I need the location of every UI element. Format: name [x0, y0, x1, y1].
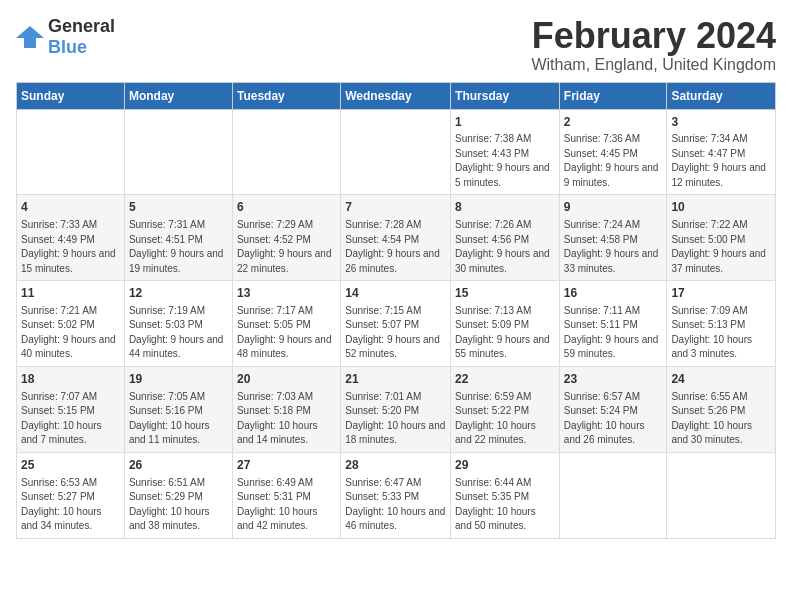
day-info: Sunrise: 6:55 AM Sunset: 5:26 PM Dayligh…: [671, 390, 771, 448]
day-number: 3: [671, 114, 771, 131]
calendar-cell: 19Sunrise: 7:05 AM Sunset: 5:16 PM Dayli…: [124, 366, 232, 452]
day-number: 14: [345, 285, 446, 302]
week-row-3: 11Sunrise: 7:21 AM Sunset: 5:02 PM Dayli…: [17, 281, 776, 367]
header-day-tuesday: Tuesday: [232, 82, 340, 109]
calendar-cell: 11Sunrise: 7:21 AM Sunset: 5:02 PM Dayli…: [17, 281, 125, 367]
day-info: Sunrise: 6:44 AM Sunset: 5:35 PM Dayligh…: [455, 476, 555, 534]
day-number: 8: [455, 199, 555, 216]
day-number: 28: [345, 457, 446, 474]
day-info: Sunrise: 7:22 AM Sunset: 5:00 PM Dayligh…: [671, 218, 771, 276]
day-number: 18: [21, 371, 120, 388]
calendar-cell: 20Sunrise: 7:03 AM Sunset: 5:18 PM Dayli…: [232, 366, 340, 452]
day-number: 13: [237, 285, 336, 302]
calendar-cell: 21Sunrise: 7:01 AM Sunset: 5:20 PM Dayli…: [341, 366, 451, 452]
header-day-sunday: Sunday: [17, 82, 125, 109]
day-number: 19: [129, 371, 228, 388]
day-info: Sunrise: 7:36 AM Sunset: 4:45 PM Dayligh…: [564, 132, 663, 190]
calendar-table: SundayMondayTuesdayWednesdayThursdayFrid…: [16, 82, 776, 539]
day-number: 27: [237, 457, 336, 474]
calendar-cell: 4Sunrise: 7:33 AM Sunset: 4:49 PM Daylig…: [17, 195, 125, 281]
calendar-body: 1Sunrise: 7:38 AM Sunset: 4:43 PM Daylig…: [17, 109, 776, 538]
calendar-cell: [667, 452, 776, 538]
header-day-wednesday: Wednesday: [341, 82, 451, 109]
calendar-cell: 5Sunrise: 7:31 AM Sunset: 4:51 PM Daylig…: [124, 195, 232, 281]
day-info: Sunrise: 7:24 AM Sunset: 4:58 PM Dayligh…: [564, 218, 663, 276]
day-number: 17: [671, 285, 771, 302]
calendar-cell: 12Sunrise: 7:19 AM Sunset: 5:03 PM Dayli…: [124, 281, 232, 367]
logo-general: General: [48, 16, 115, 36]
day-number: 23: [564, 371, 663, 388]
day-info: Sunrise: 7:33 AM Sunset: 4:49 PM Dayligh…: [21, 218, 120, 276]
day-number: 12: [129, 285, 228, 302]
day-info: Sunrise: 7:34 AM Sunset: 4:47 PM Dayligh…: [671, 132, 771, 190]
calendar-cell: 17Sunrise: 7:09 AM Sunset: 5:13 PM Dayli…: [667, 281, 776, 367]
calendar-cell: 18Sunrise: 7:07 AM Sunset: 5:15 PM Dayli…: [17, 366, 125, 452]
day-number: 5: [129, 199, 228, 216]
calendar-cell: [559, 452, 667, 538]
day-info: Sunrise: 6:47 AM Sunset: 5:33 PM Dayligh…: [345, 476, 446, 534]
calendar-cell: 27Sunrise: 6:49 AM Sunset: 5:31 PM Dayli…: [232, 452, 340, 538]
day-info: Sunrise: 7:05 AM Sunset: 5:16 PM Dayligh…: [129, 390, 228, 448]
day-info: Sunrise: 7:38 AM Sunset: 4:43 PM Dayligh…: [455, 132, 555, 190]
calendar-cell: 1Sunrise: 7:38 AM Sunset: 4:43 PM Daylig…: [451, 109, 560, 195]
day-info: Sunrise: 7:01 AM Sunset: 5:20 PM Dayligh…: [345, 390, 446, 448]
calendar-cell: 25Sunrise: 6:53 AM Sunset: 5:27 PM Dayli…: [17, 452, 125, 538]
day-info: Sunrise: 7:09 AM Sunset: 5:13 PM Dayligh…: [671, 304, 771, 362]
header-day-thursday: Thursday: [451, 82, 560, 109]
calendar-cell: 6Sunrise: 7:29 AM Sunset: 4:52 PM Daylig…: [232, 195, 340, 281]
day-info: Sunrise: 7:11 AM Sunset: 5:11 PM Dayligh…: [564, 304, 663, 362]
week-row-2: 4Sunrise: 7:33 AM Sunset: 4:49 PM Daylig…: [17, 195, 776, 281]
header-day-monday: Monday: [124, 82, 232, 109]
day-number: 24: [671, 371, 771, 388]
calendar-cell: 8Sunrise: 7:26 AM Sunset: 4:56 PM Daylig…: [451, 195, 560, 281]
calendar-cell: 9Sunrise: 7:24 AM Sunset: 4:58 PM Daylig…: [559, 195, 667, 281]
title-area: February 2024 Witham, England, United Ki…: [531, 16, 776, 74]
calendar-cell: 14Sunrise: 7:15 AM Sunset: 5:07 PM Dayli…: [341, 281, 451, 367]
svg-marker-0: [16, 26, 44, 48]
day-number: 10: [671, 199, 771, 216]
calendar-header: SundayMondayTuesdayWednesdayThursdayFrid…: [17, 82, 776, 109]
day-info: Sunrise: 7:31 AM Sunset: 4:51 PM Dayligh…: [129, 218, 228, 276]
day-info: Sunrise: 7:13 AM Sunset: 5:09 PM Dayligh…: [455, 304, 555, 362]
calendar-cell: [341, 109, 451, 195]
day-info: Sunrise: 7:29 AM Sunset: 4:52 PM Dayligh…: [237, 218, 336, 276]
calendar-cell: 10Sunrise: 7:22 AM Sunset: 5:00 PM Dayli…: [667, 195, 776, 281]
calendar-cell: 28Sunrise: 6:47 AM Sunset: 5:33 PM Dayli…: [341, 452, 451, 538]
logo: General Blue: [16, 16, 115, 58]
day-number: 9: [564, 199, 663, 216]
day-number: 20: [237, 371, 336, 388]
calendar-cell: 3Sunrise: 7:34 AM Sunset: 4:47 PM Daylig…: [667, 109, 776, 195]
header-day-saturday: Saturday: [667, 82, 776, 109]
calendar-cell: 7Sunrise: 7:28 AM Sunset: 4:54 PM Daylig…: [341, 195, 451, 281]
day-number: 7: [345, 199, 446, 216]
day-info: Sunrise: 6:49 AM Sunset: 5:31 PM Dayligh…: [237, 476, 336, 534]
day-number: 2: [564, 114, 663, 131]
day-number: 4: [21, 199, 120, 216]
logo-blue: Blue: [48, 37, 87, 57]
calendar-cell: 13Sunrise: 7:17 AM Sunset: 5:05 PM Dayli…: [232, 281, 340, 367]
week-row-4: 18Sunrise: 7:07 AM Sunset: 5:15 PM Dayli…: [17, 366, 776, 452]
day-info: Sunrise: 7:19 AM Sunset: 5:03 PM Dayligh…: [129, 304, 228, 362]
day-info: Sunrise: 7:17 AM Sunset: 5:05 PM Dayligh…: [237, 304, 336, 362]
day-number: 16: [564, 285, 663, 302]
header-day-friday: Friday: [559, 82, 667, 109]
day-info: Sunrise: 6:53 AM Sunset: 5:27 PM Dayligh…: [21, 476, 120, 534]
day-number: 26: [129, 457, 228, 474]
day-number: 6: [237, 199, 336, 216]
logo-icon: [16, 26, 44, 48]
day-info: Sunrise: 6:59 AM Sunset: 5:22 PM Dayligh…: [455, 390, 555, 448]
day-number: 29: [455, 457, 555, 474]
calendar-cell: 2Sunrise: 7:36 AM Sunset: 4:45 PM Daylig…: [559, 109, 667, 195]
day-info: Sunrise: 6:57 AM Sunset: 5:24 PM Dayligh…: [564, 390, 663, 448]
calendar-cell: 26Sunrise: 6:51 AM Sunset: 5:29 PM Dayli…: [124, 452, 232, 538]
calendar-cell: 29Sunrise: 6:44 AM Sunset: 5:35 PM Dayli…: [451, 452, 560, 538]
day-number: 25: [21, 457, 120, 474]
calendar-cell: 15Sunrise: 7:13 AM Sunset: 5:09 PM Dayli…: [451, 281, 560, 367]
calendar-cell: 22Sunrise: 6:59 AM Sunset: 5:22 PM Dayli…: [451, 366, 560, 452]
day-number: 22: [455, 371, 555, 388]
day-info: Sunrise: 7:15 AM Sunset: 5:07 PM Dayligh…: [345, 304, 446, 362]
header-row: SundayMondayTuesdayWednesdayThursdayFrid…: [17, 82, 776, 109]
week-row-1: 1Sunrise: 7:38 AM Sunset: 4:43 PM Daylig…: [17, 109, 776, 195]
day-info: Sunrise: 7:26 AM Sunset: 4:56 PM Dayligh…: [455, 218, 555, 276]
day-number: 21: [345, 371, 446, 388]
